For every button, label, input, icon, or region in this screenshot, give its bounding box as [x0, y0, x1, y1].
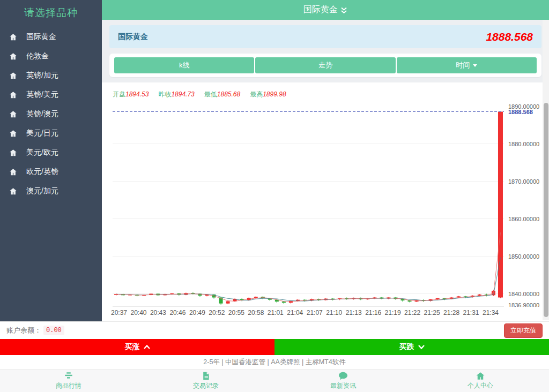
recharge-button[interactable]: 立即充值 — [504, 323, 543, 338]
x-axis-label: 20:55 — [228, 309, 244, 316]
x-axis-label: 21:01 — [268, 309, 284, 316]
sidebar-item-label: 伦敦金 — [26, 51, 49, 61]
home-icon — [9, 33, 17, 41]
home-icon — [9, 130, 17, 138]
sidebar-item-usdeur[interactable]: 美元/欧元 — [0, 143, 102, 162]
tab-kline[interactable]: k线 — [114, 57, 254, 73]
nav-label: 商品行情 — [56, 381, 81, 390]
chevron-down-icon — [418, 345, 425, 349]
x-axis-label: 21:22 — [404, 309, 420, 316]
y-axis-label: 1840.00000 — [508, 291, 539, 297]
x-axis-label: 21:16 — [365, 309, 381, 316]
ohlc-row: 开盘1894.53 昨收1894.73 最低1885.68 最高1899.98 — [102, 82, 549, 99]
sidebar-item-gbpusd[interactable]: 英镑/美元 — [0, 85, 102, 104]
nav-item-market[interactable]: 商品行情 — [0, 370, 137, 392]
sidebar-item-london-gold[interactable]: 伦敦金 — [0, 47, 102, 66]
nav-label: 交易记录 — [193, 381, 219, 390]
x-axis-label: 20:40 — [130, 309, 146, 316]
chat-bubble-icon — [338, 372, 348, 380]
sidebar: 请选择品种 国际黄金 伦敦金 英镑/加元 英镑/美元 英镑/澳元 — [0, 0, 102, 321]
tab-trend[interactable]: 走势 — [255, 57, 395, 73]
tab-label: 时间 — [456, 61, 470, 70]
bottom-nav: 商品行情 交易记录 最新资讯 个人中心 — [0, 369, 549, 392]
x-axis-label: 20:58 — [248, 309, 264, 316]
y-axis: 1890.000001880.000001870.000001860.00000… — [507, 104, 546, 307]
trade-buttons: 买涨 买跌 — [0, 339, 549, 355]
balance-label: 账户余额： — [6, 326, 41, 335]
y-axis-label: 1880.00000 — [508, 141, 539, 147]
candle — [226, 301, 230, 304]
scrollbar-track — [543, 20, 549, 320]
tab-label: 走势 — [318, 61, 332, 70]
home-icon — [9, 91, 17, 99]
sidebar-item-gold-intl[interactable]: 国际黄金 — [0, 27, 102, 47]
regulation-footer: 2-5年 | 中国香港监管 | AA类牌照 | 主标MT4软件 — [0, 355, 549, 369]
instrument-list: 国际黄金 伦敦金 英镑/加元 英镑/美元 英镑/澳元 美元/日元 — [0, 27, 102, 201]
chart-card: 开盘1894.53 昨收1894.73 最低1885.68 最高1899.98 … — [102, 82, 549, 321]
balance-row: 账户余额： 0.00 立即充值 — [0, 321, 549, 339]
x-axis-label: 20:52 — [209, 309, 225, 316]
x-axis-label: 20:43 — [150, 309, 166, 316]
chevron-up-icon — [144, 345, 150, 349]
buy-up-label: 买涨 — [125, 342, 140, 352]
sidebar-item-label: 英镑/澳元 — [26, 109, 58, 119]
ohlc-low: 最低1885.68 — [204, 90, 240, 99]
sidebar-item-audcad[interactable]: 澳元/加元 — [0, 182, 102, 201]
candle — [254, 297, 258, 298]
buy-down-button[interactable]: 买跌 — [274, 339, 549, 355]
sidebar-item-label: 美元/日元 — [26, 129, 58, 138]
x-axis-label: 21:07 — [307, 309, 323, 316]
y-axis-label: 1836.90000 — [508, 302, 539, 307]
chevron-double-down-icon — [340, 6, 347, 14]
x-axis-label: 21:13 — [346, 309, 362, 316]
x-axis-label: 20:37 — [111, 309, 127, 316]
home-icon — [9, 187, 17, 195]
x-axis-label: 21:28 — [443, 309, 459, 316]
sidebar-title: 请选择品种 — [0, 0, 102, 27]
sidebar-item-eurgbp[interactable]: 欧元/英镑 — [0, 162, 102, 182]
document-icon — [201, 372, 211, 380]
nav-item-news[interactable]: 最新资讯 — [274, 370, 412, 392]
symbol-selector[interactable]: 国际黄金 — [303, 4, 347, 16]
balance-value: 0.00 — [43, 326, 64, 335]
home-icon — [9, 149, 17, 157]
trading-app: 请选择品种 国际黄金 伦敦金 英镑/加元 英镑/美元 英镑/澳元 — [0, 0, 549, 392]
quote-price: 1888.568 — [486, 31, 533, 43]
home-icon — [9, 72, 17, 80]
quote-symbol: 国际黄金 — [118, 32, 148, 42]
sidebar-item-label: 英镑/美元 — [26, 90, 58, 100]
nav-item-profile[interactable]: 个人中心 — [412, 370, 549, 392]
x-axis-label: 21:25 — [424, 309, 440, 316]
sidebar-item-label: 澳元/加元 — [26, 186, 58, 196]
candle — [498, 112, 503, 298]
sidebar-item-gbpaud[interactable]: 英镑/澳元 — [0, 104, 102, 124]
home-icon — [9, 110, 17, 118]
nav-item-trade-records[interactable]: 交易记录 — [137, 370, 274, 392]
buy-down-label: 买跌 — [399, 342, 414, 352]
quote-bar: 国际黄金 1888.568 — [109, 25, 541, 48]
home-icon — [476, 372, 485, 380]
home-icon — [9, 52, 17, 61]
x-axis-label: 20:46 — [169, 309, 186, 316]
sidebar-item-gbpcad[interactable]: 英镑/加元 — [0, 66, 102, 85]
sidebar-item-label: 英镑/加元 — [26, 71, 58, 80]
candle — [282, 301, 286, 303]
x-axis-label: 21:04 — [287, 309, 303, 316]
sidebar-item-label: 美元/欧元 — [26, 148, 58, 157]
current-price-label: 1888.568 — [508, 109, 533, 115]
symbol-title: 国际黄金 — [303, 4, 338, 16]
x-axis-label: 21:19 — [385, 309, 401, 316]
caret-down-icon — [473, 64, 477, 67]
x-axis-label: 21:31 — [463, 309, 479, 316]
scrollbar-thumb[interactable] — [544, 103, 548, 317]
y-axis-label: 1850.00000 — [508, 253, 539, 260]
buy-up-button[interactable]: 买涨 — [0, 339, 274, 355]
main-content: 国际黄金 1888.568 k线 走势 时间 开盘1894.53 昨收1894.… — [102, 20, 549, 321]
tab-time-dropdown[interactable]: 时间 — [397, 57, 537, 73]
x-axis-label: 21:34 — [483, 309, 499, 316]
nav-label: 个人中心 — [468, 381, 493, 390]
sidebar-item-label: 国际黄金 — [26, 32, 56, 42]
ohlc-open: 开盘1894.53 — [113, 90, 149, 99]
ohlc-prev-close: 昨收1894.73 — [158, 90, 194, 99]
sidebar-item-usdjpy[interactable]: 美元/日元 — [0, 124, 102, 143]
